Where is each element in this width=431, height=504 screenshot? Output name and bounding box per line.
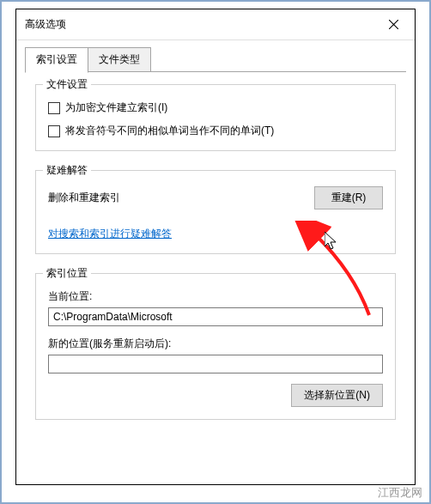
close-icon: [389, 20, 398, 29]
group-index-location: 索引位置 当前位置: 新的位置(服务重新启动后): 选择新位置(N): [35, 273, 396, 420]
troubleshoot-link[interactable]: 对搜索和索引进行疑难解答: [48, 227, 172, 241]
checkbox-treat-similar[interactable]: [48, 125, 60, 137]
watermark-text: 江西龙网: [378, 485, 422, 501]
group-title-file-settings: 文件设置: [43, 77, 91, 92]
checkbox-encrypt-index[interactable]: [48, 102, 60, 114]
input-current-location[interactable]: [48, 307, 383, 326]
tab-index-settings[interactable]: 索引设置: [25, 47, 88, 73]
titlebar: 高级选项: [16, 9, 415, 40]
tab-content: 文件设置 为加密文件建立索引(I) 将发音符号不同的相似单词当作不同的单词(T)…: [16, 72, 415, 484]
label-delete-rebuild: 删除和重建索引: [48, 191, 120, 205]
group-file-settings: 文件设置 为加密文件建立索引(I) 将发音符号不同的相似单词当作不同的单词(T): [35, 84, 396, 151]
tab-strip: 索引设置 文件类型: [16, 40, 415, 72]
choose-new-location-button[interactable]: 选择新位置(N): [291, 384, 383, 407]
group-title-index-location: 索引位置: [43, 266, 91, 281]
tab-file-types[interactable]: 文件类型: [88, 47, 151, 72]
window-title: 高级选项: [25, 17, 66, 32]
group-title-troubleshoot: 疑难解答: [43, 163, 91, 178]
rebuild-button[interactable]: 重建(R): [314, 186, 383, 209]
label-treat-similar: 将发音符号不同的相似单词当作不同的单词(T): [65, 124, 274, 138]
label-new-location: 新的位置(服务重新启动后):: [48, 337, 383, 351]
group-troubleshoot: 疑难解答 删除和重建索引 重建(R) 对搜索和索引进行疑难解答: [35, 170, 396, 254]
advanced-options-dialog: 高级选项 索引设置 文件类型 文件设置 为加密文件建立索引(I) 将发音符号不同…: [15, 9, 416, 485]
label-current-location: 当前位置:: [48, 289, 383, 304]
input-new-location[interactable]: [48, 355, 383, 373]
label-encrypt-index: 为加密文件建立索引(I): [65, 100, 167, 115]
close-button[interactable]: [372, 9, 415, 40]
